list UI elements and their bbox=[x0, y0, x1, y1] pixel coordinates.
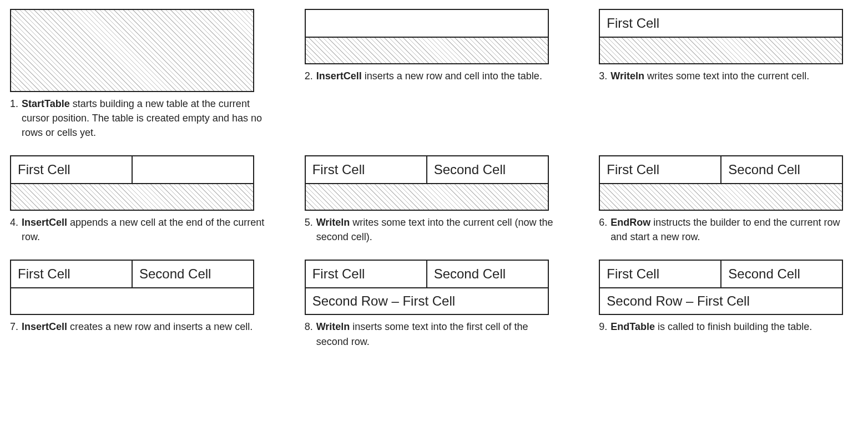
figure-5: First Cell Second Cell bbox=[305, 155, 549, 211]
caption-4: 4. InsertCell appends a new cell at the … bbox=[10, 215, 265, 244]
cell-second: Second Cell bbox=[720, 156, 842, 183]
step-number: 2. bbox=[305, 69, 314, 83]
step-number: 3. bbox=[599, 69, 608, 83]
cell-row2-first: Second Row – First Cell bbox=[600, 288, 842, 314]
cell-second: Second Cell bbox=[426, 261, 548, 287]
cell-second: Second Cell bbox=[426, 156, 548, 183]
caption-9: 9. EndTable is called to finish building… bbox=[599, 319, 854, 334]
caption-3: 3. Writeln writes some text into the cur… bbox=[599, 69, 854, 83]
cell-blank bbox=[306, 10, 548, 37]
caption-1: 1. StartTable starts building a new tabl… bbox=[10, 96, 265, 140]
caption-text: creates a new row and inserts a new cell… bbox=[67, 321, 253, 332]
step-4: First Cell 4. InsertCell appends a new c… bbox=[10, 155, 269, 244]
cell-row2-first: Second Row – First Cell bbox=[306, 288, 548, 314]
figure-8: First Cell Second Cell Second Row – Firs… bbox=[305, 260, 549, 315]
step-number: 9. bbox=[599, 319, 608, 334]
step-2: 2. InsertCell inserts a new row and cell… bbox=[305, 9, 564, 140]
caption-8: 8. Writeln inserts some text into the fi… bbox=[305, 319, 560, 348]
caption-6: 6. EndRow instructs the builder to end t… bbox=[599, 215, 854, 244]
hatched-remainder bbox=[11, 184, 253, 210]
cell-first: First Cell bbox=[600, 261, 720, 287]
cell-first: First Cell bbox=[600, 10, 842, 37]
hatched-remainder bbox=[306, 184, 548, 210]
step-9: First Cell Second Cell Second Row – Firs… bbox=[599, 260, 858, 348]
caption-5: 5. Writeln writes some text into the cur… bbox=[305, 215, 560, 244]
step-number: 7. bbox=[10, 319, 19, 334]
keyword: InsertCell bbox=[316, 70, 362, 82]
step-1: 1. StartTable starts building a new tabl… bbox=[10, 9, 269, 140]
caption-text: writes some text into the current cell (… bbox=[316, 217, 553, 242]
figure-2 bbox=[305, 9, 549, 64]
caption-text: inserts a new row and cell into the tabl… bbox=[362, 70, 542, 82]
keyword: Writeln bbox=[610, 70, 644, 82]
cell-second: Second Cell bbox=[720, 261, 842, 287]
step-number: 8. bbox=[305, 319, 314, 334]
step-5: First Cell Second Cell 5. Writeln writes… bbox=[305, 155, 564, 244]
keyword: InsertCell bbox=[22, 321, 67, 332]
keyword: Writeln bbox=[316, 217, 350, 228]
keyword: StartTable bbox=[22, 98, 70, 109]
keyword: EndTable bbox=[610, 321, 655, 332]
figure-7: First Cell Second Cell bbox=[10, 260, 254, 315]
cell-first: First Cell bbox=[306, 156, 426, 183]
figure-4: First Cell bbox=[10, 155, 254, 211]
empty-hatched-area bbox=[11, 10, 253, 91]
cell-first: First Cell bbox=[11, 156, 132, 183]
step-number: 4. bbox=[10, 215, 19, 230]
keyword: InsertCell bbox=[22, 217, 67, 228]
step-number: 6. bbox=[599, 215, 608, 230]
hatched-remainder bbox=[306, 38, 548, 63]
steps-grid: 1. StartTable starts building a new tabl… bbox=[10, 9, 858, 349]
step-6: First Cell Second Cell 6. EndRow instruc… bbox=[599, 155, 858, 244]
cell-first: First Cell bbox=[306, 261, 426, 287]
keyword: EndRow bbox=[610, 217, 650, 228]
step-7: First Cell Second Cell 7. InsertCell cre… bbox=[10, 260, 269, 348]
cell-first: First Cell bbox=[600, 156, 720, 183]
hatched-remainder bbox=[600, 38, 842, 63]
caption-text: writes some text into the current cell. bbox=[644, 70, 809, 82]
figure-6: First Cell Second Cell bbox=[599, 155, 843, 211]
cell-blank bbox=[132, 156, 253, 183]
caption-7: 7. InsertCell creates a new row and inse… bbox=[10, 319, 265, 334]
caption-2: 2. InsertCell inserts a new row and cell… bbox=[305, 69, 560, 83]
keyword: Writeln bbox=[316, 321, 350, 332]
step-number: 5. bbox=[305, 215, 314, 230]
cell-blank bbox=[11, 288, 253, 314]
figure-9: First Cell Second Cell Second Row – Firs… bbox=[599, 260, 843, 315]
cell-second: Second Cell bbox=[132, 261, 253, 287]
step-3: First Cell 3. Writeln writes some text i… bbox=[599, 9, 858, 140]
figure-3: First Cell bbox=[599, 9, 843, 64]
step-number: 1. bbox=[10, 96, 19, 111]
cell-first: First Cell bbox=[11, 261, 132, 287]
figure-1 bbox=[10, 9, 254, 92]
hatched-remainder bbox=[600, 184, 842, 210]
caption-text: is called to finish building the table. bbox=[655, 321, 812, 332]
step-8: First Cell Second Cell Second Row – Firs… bbox=[305, 260, 564, 348]
